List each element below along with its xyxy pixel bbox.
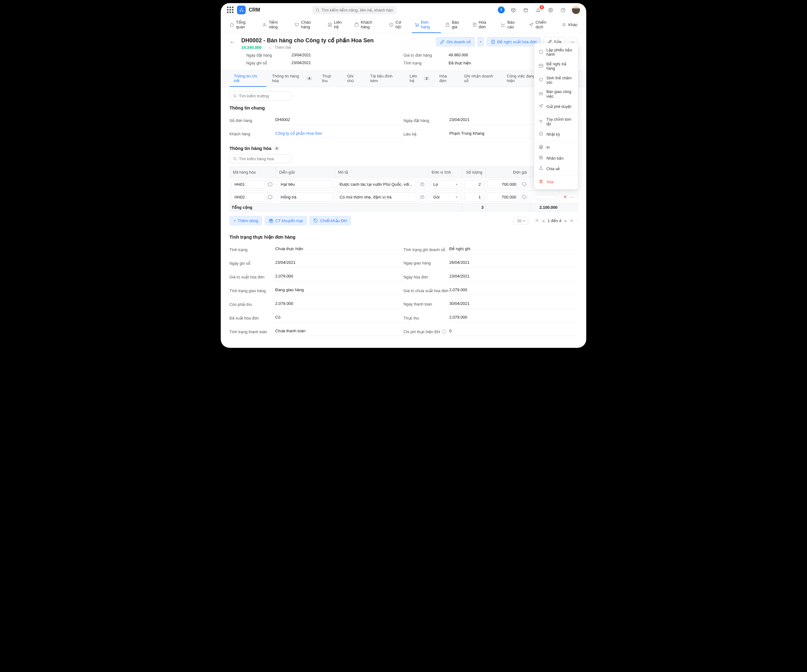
row-more-icon[interactable]: ⋯ [570,195,574,199]
discount-button[interactable]: Chiết khấu ĐH [309,216,351,225]
desc-input[interactable]: Được canh tác tại vườn Phú Quốc, với... [337,179,416,189]
qty-input[interactable]: 2 [464,180,483,189]
facebook-icon[interactable]: f [498,7,505,13]
expand-icon[interactable] [418,192,427,202]
nav-Khách hàng[interactable]: Khách hàng [352,17,385,33]
order-no-field[interactable]: DH0002 [275,116,404,125]
menu-Nhật ký[interactable]: Nhật ký [534,129,578,139]
promotion-button[interactable]: CT khuyến mại [265,216,307,225]
payment-status-field[interactable]: Chưa thanh toán [275,327,404,336]
price-icon[interactable] [521,192,528,202]
lookup-icon[interactable] [267,179,274,189]
apps-launcher-icon[interactable] [227,7,234,13]
menu-Chia sẻ[interactable]: Chia sẻ [534,163,578,174]
page-size-select[interactable]: 10▾ [513,217,528,225]
settings-icon[interactable] [547,6,555,14]
name-input[interactable]: Hạt tiêu [278,180,332,189]
invoiced-field[interactable]: Có [275,314,404,322]
nav-Tiềm năng[interactable]: Tiềm năng [260,17,290,33]
total-input[interactable] [532,195,557,199]
subtab-Thông tin chi tiết[interactable]: Thông tin chi tiết [229,71,267,87]
expand-icon[interactable] [418,179,427,189]
subtab-Thông tin hàng hóa[interactable]: Thông tin hàng hóa4 [268,71,317,87]
pager-next[interactable]: ▶ [565,218,568,223]
nav-icon [445,22,450,27]
menu-Lập phiếu bảo hành[interactable]: Lập phiếu bảo hành [534,45,578,59]
unit-select[interactable]: Lọ▾ [430,180,460,189]
nav-Hóa đơn[interactable]: Hóa đơn [470,17,496,33]
user-avatar[interactable] [572,6,580,14]
status-field[interactable]: Chưa thực hiện [275,245,404,254]
record-revenue-dropdown[interactable]: ▾ [477,37,484,46]
menu-Xóa[interactable]: Xóa [534,177,578,187]
payment-date-field[interactable]: 30/04/2021 [448,300,578,309]
back-button[interactable]: ← [229,37,237,45]
unit-select[interactable]: Gói▾ [430,193,460,202]
lookup-icon[interactable] [267,192,274,202]
info-icon[interactable]: i [442,329,446,334]
not-invoiced-field[interactable]: 2.079.000 [448,286,578,295]
posting-date-field[interactable]: 23/04/2021 [275,259,404,268]
desc-input[interactable]: Có mùi thơm nhẹ, đậm vị trà [337,192,416,202]
nav-Chiến dịch[interactable]: Chiến dịch [526,17,558,33]
receipt-field[interactable]: 2.079.000 [448,314,578,322]
nav-Báo giá[interactable]: Báo giá [443,17,468,33]
goods-search[interactable] [229,154,292,163]
global-search[interactable] [312,6,396,14]
notifications-icon[interactable]: 2 [535,6,542,14]
price-input[interactable]: 700.000 [488,192,519,202]
calendar-icon[interactable] [522,6,530,14]
field-search-input[interactable] [239,94,288,98]
order-value-label: Giá trị đơn hàng [404,53,448,58]
add-tag-link[interactable]: Thêm thẻ [275,45,291,50]
qty-input[interactable]: 1 [464,193,483,202]
price-input[interactable]: 700.000 [488,179,519,189]
code-input[interactable]: HH02 [232,193,265,202]
pager-last[interactable]: ▶⎹ [571,218,578,223]
delivery-status-field[interactable]: Đang giao hàng [275,286,404,295]
nav-Cơ hội[interactable]: Cơ hội [386,17,410,33]
nav-Liên hệ[interactable]: Liên hệ [325,17,350,33]
price-icon[interactable] [521,179,528,189]
menu-Đề nghị trả hàng[interactable]: Đề nghị trả hàng [534,59,578,73]
menu-Bàn giao công việc[interactable]: Bàn giao công việc [534,87,578,101]
receivable-field[interactable]: 2.079.000 [275,300,404,309]
nav-Khác[interactable]: Khác [559,17,580,33]
pager-first[interactable]: ⎹◀ [531,218,538,223]
name-input[interactable]: Hồng trà [278,193,332,202]
delete-row-icon[interactable]: ✕ [563,194,567,200]
code-input[interactable]: HH01 [232,180,265,189]
goods-search-input[interactable] [239,157,288,161]
menu-Tùy chỉnh tóm tắt[interactable]: Tùy chỉnh tóm tắt [534,114,578,129]
record-revenue-button[interactable]: Ghi doanh số [436,37,475,46]
cost-field[interactable]: 0 [448,327,578,336]
pager-prev[interactable]: ◀ [541,218,545,223]
subtab-Ghi nhận doanh số[interactable]: Ghi nhận doanh số [460,71,501,87]
subtab-Ghi chú[interactable]: Ghi chú [343,71,365,87]
nav-Chào hàng[interactable]: Chào hàng [292,17,323,33]
nav-Báo cáo[interactable]: Báo cáo [498,17,525,33]
menu-Nhân bản[interactable]: Nhân bản [534,153,578,163]
nav-Đơn hàng[interactable]: Đơn hàng [412,17,441,33]
menu-Gửi phê duyệt[interactable]: Gửi phê duyệt [534,101,578,112]
request-invoice-button[interactable]: Đề nghị xuất hóa đơn [487,37,541,46]
box-icon[interactable] [510,6,517,14]
help-icon[interactable] [560,6,567,14]
subtab-Tài liệu đính kèm[interactable]: Tài liệu đính kèm [366,71,404,87]
print-icon [539,145,543,150]
menu-In[interactable]: In [534,142,578,153]
invoice-date-field[interactable]: 23/04/2021 [448,273,578,281]
revenue-status-field[interactable]: Đề nghị ghi [448,245,578,254]
subtab-Liên hệ[interactable]: Liên hệ2 [405,71,434,87]
invoice-value-field[interactable]: 2.079.000 [275,273,404,281]
nav-Tổng quan[interactable]: Tổng quan [227,17,258,33]
delivery-date-field[interactable]: 26/04/2021 [448,259,578,268]
field-search[interactable] [229,91,292,101]
menu-Sinh thẻ chăm sóc[interactable]: Sinh thẻ chăm sóc [534,73,578,87]
subtab-Hóa đơn[interactable]: Hóa đơn [435,71,458,87]
svg-point-6 [561,8,565,12]
add-row-button[interactable]: +Thêm dòng [229,216,262,225]
customer-field[interactable]: Công ty cổ phần Hoa Sen [275,130,404,139]
global-search-input[interactable] [322,8,393,12]
subtab-Thực thu[interactable]: Thực thu [317,71,342,87]
